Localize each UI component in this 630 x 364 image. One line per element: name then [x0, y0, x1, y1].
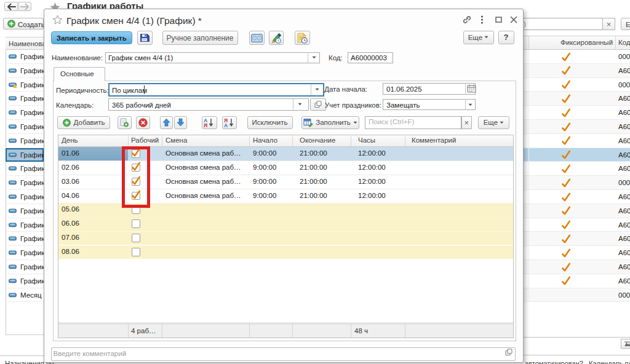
- svg-text:Я: Я: [204, 122, 207, 128]
- svg-text:А: А: [224, 122, 228, 128]
